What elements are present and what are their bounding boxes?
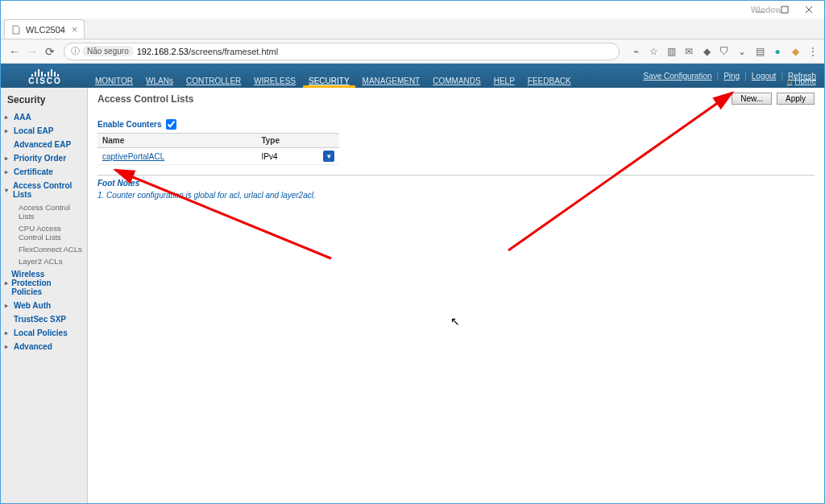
ping-link[interactable]: Ping <box>723 72 740 81</box>
back-button[interactable]: ← <box>6 43 23 60</box>
sidebar-item-label: Advanced EAP <box>14 140 71 149</box>
page-title: Access Control Lists <box>97 93 193 105</box>
forward-button[interactable]: → <box>23 43 41 60</box>
content-pane: Access Control Lists New... Apply Enable… <box>88 88 824 503</box>
col-name: Name <box>97 134 256 148</box>
sidebar-item-priority-order[interactable]: Priority Order <box>1 151 87 165</box>
acl-type: IPv4 <box>256 148 318 165</box>
nav-commands[interactable]: COMMANDS <box>427 73 486 88</box>
sidebar-title: Security <box>1 93 87 110</box>
enable-counters-label: Enable Counters <box>97 120 161 129</box>
shield-icon[interactable]: ⛉ <box>718 45 731 58</box>
table-row: captivePortalACLIPv4▾ <box>97 148 339 165</box>
main-area: Security AAALocal EAPAdvanced EAPPriorit… <box>1 88 824 503</box>
sidebar-item-advanced-eap[interactable]: Advanced EAP <box>1 138 87 151</box>
footnote-1: 1. Counter configuration is global for a… <box>97 191 815 200</box>
svg-rect-1 <box>781 6 788 13</box>
address-bar[interactable]: ⓘ Não seguro 192.168.2.53/screens/frames… <box>64 43 620 60</box>
sidebar-item-label: Certificate <box>14 167 53 176</box>
page-icon <box>11 25 21 35</box>
enable-counters-checkbox[interactable] <box>166 119 176 130</box>
caret-icon <box>5 127 11 134</box>
sidebar-item-advanced[interactable]: Advanced <box>1 340 87 353</box>
home-link[interactable]: ⌂ Home <box>787 76 816 85</box>
cisco-header: CISCO MONITORWLANsCONTROLLERWIRELESSSECU… <box>1 64 824 88</box>
nav-monitor[interactable]: MONITOR <box>89 73 139 88</box>
ext1-icon[interactable]: ▥ <box>665 45 678 58</box>
ext4-icon[interactable]: ◆ <box>789 45 802 58</box>
logout-link[interactable]: Logout <box>752 72 777 81</box>
window-user-hint: Window <box>751 6 781 14</box>
mail-icon[interactable]: ✉ <box>682 45 695 58</box>
ext2-icon[interactable]: ◆ <box>700 45 713 58</box>
ext3-icon[interactable]: ▤ <box>753 45 766 58</box>
window-close-button[interactable] <box>797 1 821 19</box>
new-button[interactable]: New... <box>732 93 772 105</box>
toolbar-icons: ⌁ ☆ ▥ ✉ ◆ ⛉ ⌄ ▤ ● ◆ ⋮ <box>629 45 819 58</box>
caret-icon <box>5 329 11 337</box>
caret-icon <box>5 114 11 121</box>
menu-icon[interactable]: ⋮ <box>806 45 819 58</box>
nav-controller[interactable]: CONTROLLER <box>180 73 247 88</box>
sidebar-item-wireless-protection-policies[interactable]: Wireless Protection Policies <box>1 267 87 299</box>
save-config-link[interactable]: Save Configuration <box>643 72 711 81</box>
url-text: 192.168.2.53/screens/frameset.html <box>137 47 279 56</box>
caret-icon <box>5 302 11 309</box>
browser-toolbar: ← → ⟳ ⓘ Não seguro 192.168.2.53/screens/… <box>1 39 824 64</box>
acl-name-link[interactable]: captivePortalACL <box>102 152 164 161</box>
cisco-logo: CISCO <box>1 67 89 85</box>
home-icon: ⌂ <box>787 76 793 85</box>
caret-icon <box>5 279 9 287</box>
tab-title: WLC2504 <box>26 25 65 35</box>
footnotes-heading: Foot Notes <box>97 175 815 188</box>
sidebar-item-label: AAA <box>14 113 31 122</box>
sidebar-item-certificate[interactable]: Certificate <box>1 165 87 179</box>
sidebar-subitem-flexconnect-acls[interactable]: FlexConnect ACLs <box>1 243 87 255</box>
new-tab-button[interactable] <box>88 23 101 35</box>
sidebar-subitem-access-control-lists[interactable]: Access Control Lists <box>1 201 87 222</box>
nav-management[interactable]: MANAGEMENT <box>357 73 426 88</box>
star-icon[interactable]: ☆ <box>647 45 660 58</box>
sidebar-item-label: Priority Order <box>14 154 66 163</box>
sidebar-subitem-layer2-acls[interactable]: Layer2 ACLs <box>1 255 87 267</box>
info-icon[interactable]: ⓘ <box>71 45 80 57</box>
sidebar-item-web-auth[interactable]: Web Auth <box>1 299 87 312</box>
sidebar-item-label: TrustSec SXP <box>14 315 66 324</box>
browser-tabs-row: WLC2504 × <box>1 19 824 39</box>
nav-security[interactable]: SECURITY <box>303 73 355 88</box>
nav-wireless[interactable]: WIRELESS <box>248 73 301 88</box>
sidebar-item-label: Local EAP <box>14 126 53 135</box>
sidebar-item-trustsec-sxp[interactable]: TrustSec SXP <box>1 312 87 326</box>
nav-wlans[interactable]: WLANs <box>140 73 179 88</box>
browser-tab[interactable]: WLC2504 × <box>4 19 85 39</box>
top-nav: MONITORWLANsCONTROLLERWIRELESSSECURITYMA… <box>89 64 577 88</box>
col-type: Type <box>256 134 318 148</box>
apply-button[interactable]: Apply <box>777 93 815 105</box>
sidebar-item-local-eap[interactable]: Local EAP <box>1 124 87 138</box>
sidebar-item-access-control-lists[interactable]: Access Control Lists <box>1 179 87 201</box>
tab-close-button[interactable]: × <box>72 24 77 35</box>
reload-button[interactable]: ⟳ <box>41 43 59 60</box>
nav-help[interactable]: HELP <box>488 73 520 88</box>
acl-table: Name Type captivePortalACLIPv4▾ <box>97 133 339 165</box>
sidebar-item-label: Local Policies <box>14 328 68 337</box>
content-header: Access Control Lists New... Apply <box>97 93 815 105</box>
key-icon[interactable]: ⌁ <box>629 45 642 58</box>
enable-counters-row: Enable Counters <box>97 119 815 130</box>
caret-icon <box>5 168 11 176</box>
sidebar-item-label: Access Control Lists <box>13 181 82 199</box>
caret-icon <box>5 343 11 350</box>
row-action-menu[interactable]: ▾ <box>323 151 334 162</box>
sidebar-subitem-cpu-access-control-lists[interactable]: CPU Access Control Lists <box>1 222 87 243</box>
caret-icon <box>5 155 11 162</box>
avatar-icon[interactable]: ● <box>771 45 784 58</box>
sidebar-item-local-policies[interactable]: Local Policies <box>1 326 87 340</box>
sidebar: Security AAALocal EAPAdvanced EAPPriorit… <box>1 88 88 503</box>
pocket-icon[interactable]: ⌄ <box>736 45 748 58</box>
sidebar-item-label: Web Auth <box>14 301 51 310</box>
nav-feedback[interactable]: FEEDBACK <box>522 73 577 88</box>
sidebar-item-aaa[interactable]: AAA <box>1 110 87 124</box>
insecure-badge[interactable]: Não seguro <box>82 46 134 56</box>
window-titlebar: Window <box>1 1 824 19</box>
sidebar-item-label: Wireless Protection Policies <box>11 270 82 296</box>
